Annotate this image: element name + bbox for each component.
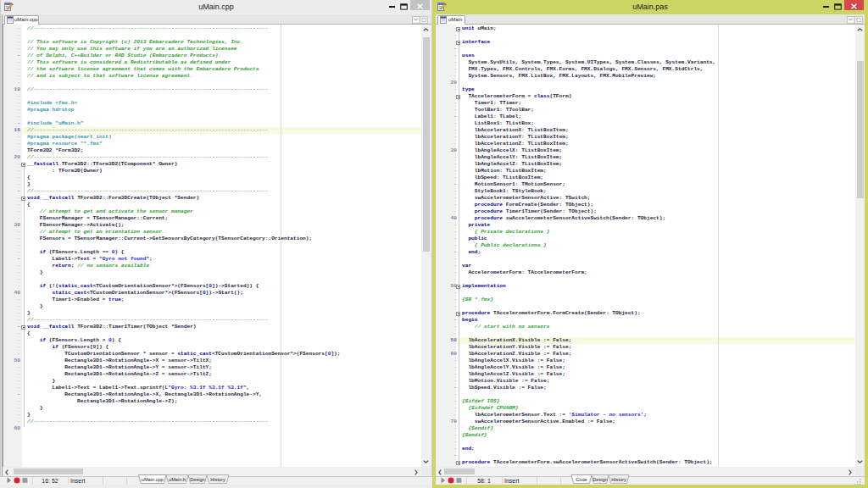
svg-text:Design: Design (593, 477, 607, 482)
svg-text:Code: Code (576, 477, 587, 482)
svg-text:Design: Design (190, 477, 204, 482)
svg-text:History: History (210, 477, 225, 482)
svg-text:uMain.h: uMain.h (169, 477, 186, 482)
svg-text:uMain.cpp: uMain.cpp (142, 477, 164, 482)
svg-text:History: History (611, 477, 626, 482)
